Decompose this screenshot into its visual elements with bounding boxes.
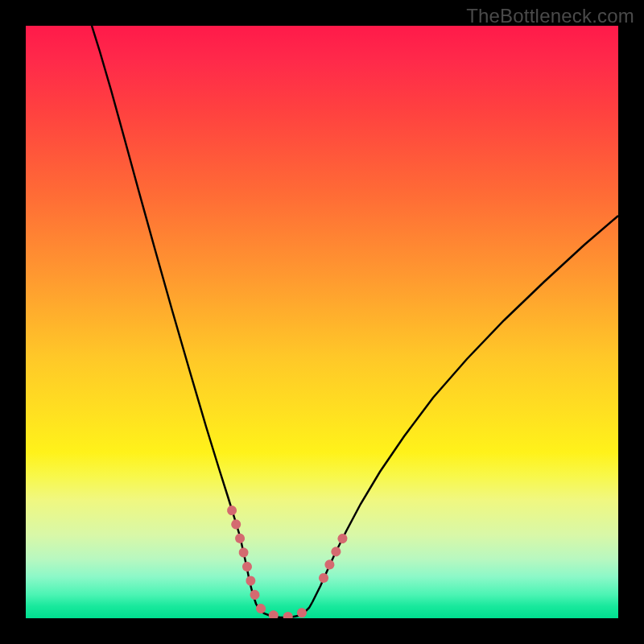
chart-frame: TheBottleneck.com — [0, 0, 644, 644]
plot-area — [26, 26, 618, 618]
curve-right — [312, 216, 618, 602]
curve-left — [92, 26, 312, 617]
watermark-text: TheBottleneck.com — [466, 5, 634, 27]
valley-highlight-left — [232, 510, 256, 599]
curve-layer — [26, 26, 618, 618]
